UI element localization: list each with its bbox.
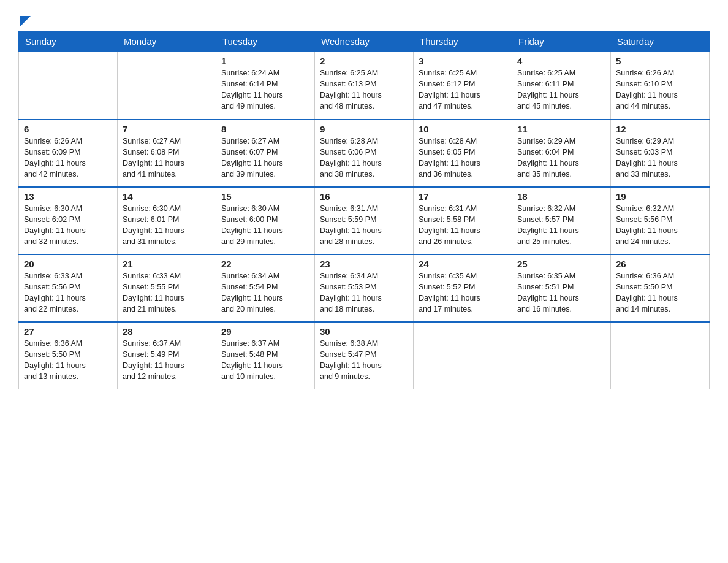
day-info: Sunrise: 6:30 AM Sunset: 6:01 PM Dayligh…: [123, 203, 211, 248]
calendar-cell: 9Sunrise: 6:28 AM Sunset: 6:06 PM Daylig…: [315, 120, 414, 187]
logo: [18, 12, 31, 25]
calendar-cell: 2Sunrise: 6:25 AM Sunset: 6:13 PM Daylig…: [315, 52, 414, 120]
calendar-cell: 23Sunrise: 6:34 AM Sunset: 5:53 PM Dayli…: [315, 255, 414, 322]
calendar-cell: 28Sunrise: 6:37 AM Sunset: 5:49 PM Dayli…: [118, 322, 216, 389]
calendar-cell: 11Sunrise: 6:29 AM Sunset: 6:04 PM Dayli…: [512, 120, 611, 187]
calendar-cell: 21Sunrise: 6:33 AM Sunset: 5:55 PM Dayli…: [118, 255, 216, 322]
day-info: Sunrise: 6:34 AM Sunset: 5:53 PM Dayligh…: [320, 270, 408, 315]
calendar-cell: 17Sunrise: 6:31 AM Sunset: 5:58 PM Dayli…: [414, 187, 512, 255]
weekday-header-thursday: Thursday: [414, 31, 512, 52]
day-info: Sunrise: 6:33 AM Sunset: 5:55 PM Dayligh…: [123, 270, 211, 315]
day-info: Sunrise: 6:33 AM Sunset: 5:56 PM Dayligh…: [24, 270, 112, 315]
day-number: 10: [419, 124, 507, 134]
day-number: 9: [320, 124, 408, 134]
calendar-cell: [611, 322, 710, 389]
day-info: Sunrise: 6:32 AM Sunset: 5:57 PM Dayligh…: [517, 203, 605, 248]
day-number: 23: [320, 259, 408, 269]
day-info: Sunrise: 6:27 AM Sunset: 6:08 PM Dayligh…: [123, 136, 211, 180]
day-number: 24: [419, 259, 507, 269]
weekday-header-saturday: Saturday: [611, 31, 710, 52]
day-number: 17: [419, 191, 507, 202]
day-info: Sunrise: 6:27 AM Sunset: 6:07 PM Dayligh…: [221, 136, 309, 180]
day-number: 7: [123, 124, 211, 134]
week-row-2: 6Sunrise: 6:26 AM Sunset: 6:09 PM Daylig…: [19, 120, 710, 187]
calendar-cell: 24Sunrise: 6:35 AM Sunset: 5:52 PM Dayli…: [414, 255, 512, 322]
day-info: Sunrise: 6:25 AM Sunset: 6:11 PM Dayligh…: [517, 67, 605, 112]
day-number: 4: [517, 56, 605, 66]
day-info: Sunrise: 6:35 AM Sunset: 5:51 PM Dayligh…: [517, 270, 605, 315]
day-number: 5: [616, 56, 704, 66]
day-info: Sunrise: 6:35 AM Sunset: 5:52 PM Dayligh…: [419, 270, 507, 315]
day-number: 1: [221, 56, 309, 66]
day-number: 21: [123, 259, 211, 269]
week-row-4: 20Sunrise: 6:33 AM Sunset: 5:56 PM Dayli…: [19, 255, 710, 322]
day-info: Sunrise: 6:25 AM Sunset: 6:12 PM Dayligh…: [419, 67, 507, 112]
calendar-cell: 1Sunrise: 6:24 AM Sunset: 6:14 PM Daylig…: [216, 52, 315, 120]
day-info: Sunrise: 6:36 AM Sunset: 5:50 PM Dayligh…: [616, 270, 704, 315]
calendar-cell: 10Sunrise: 6:28 AM Sunset: 6:05 PM Dayli…: [414, 120, 512, 187]
day-number: 2: [320, 56, 408, 66]
calendar-cell: 27Sunrise: 6:36 AM Sunset: 5:50 PM Dayli…: [19, 322, 118, 389]
day-number: 8: [221, 124, 309, 134]
calendar-cell: [19, 52, 118, 120]
day-info: Sunrise: 6:29 AM Sunset: 6:03 PM Dayligh…: [616, 136, 704, 180]
calendar-cell: 22Sunrise: 6:34 AM Sunset: 5:54 PM Dayli…: [216, 255, 315, 322]
calendar-cell: 15Sunrise: 6:30 AM Sunset: 6:00 PM Dayli…: [216, 187, 315, 255]
day-number: 20: [24, 259, 112, 269]
calendar-cell: 18Sunrise: 6:32 AM Sunset: 5:57 PM Dayli…: [512, 187, 611, 255]
day-number: 18: [517, 191, 605, 202]
day-info: Sunrise: 6:28 AM Sunset: 6:05 PM Dayligh…: [419, 136, 507, 180]
day-number: 12: [616, 124, 704, 134]
day-info: Sunrise: 6:37 AM Sunset: 5:48 PM Dayligh…: [221, 338, 309, 383]
day-info: Sunrise: 6:30 AM Sunset: 6:00 PM Dayligh…: [221, 203, 309, 248]
day-number: 14: [123, 191, 211, 202]
calendar-table: SundayMondayTuesdayWednesdayThursdayFrid…: [18, 31, 710, 389]
weekday-header-row: SundayMondayTuesdayWednesdayThursdayFrid…: [19, 31, 710, 52]
day-number: 22: [221, 259, 309, 269]
calendar-cell: 19Sunrise: 6:32 AM Sunset: 5:56 PM Dayli…: [611, 187, 710, 255]
calendar-cell: 25Sunrise: 6:35 AM Sunset: 5:51 PM Dayli…: [512, 255, 611, 322]
week-row-1: 1Sunrise: 6:24 AM Sunset: 6:14 PM Daylig…: [19, 52, 710, 120]
day-number: 26: [616, 259, 704, 269]
day-info: Sunrise: 6:24 AM Sunset: 6:14 PM Dayligh…: [221, 67, 309, 112]
calendar-cell: 16Sunrise: 6:31 AM Sunset: 5:59 PM Dayli…: [315, 187, 414, 255]
day-info: Sunrise: 6:32 AM Sunset: 5:56 PM Dayligh…: [616, 203, 704, 248]
calendar-cell: 26Sunrise: 6:36 AM Sunset: 5:50 PM Dayli…: [611, 255, 710, 322]
svg-marker-0: [20, 16, 31, 27]
day-info: Sunrise: 6:31 AM Sunset: 5:59 PM Dayligh…: [320, 203, 408, 248]
weekday-header-wednesday: Wednesday: [315, 31, 414, 52]
weekday-header-sunday: Sunday: [19, 31, 118, 52]
weekday-header-friday: Friday: [512, 31, 611, 52]
day-number: 29: [221, 326, 309, 337]
page-header: [18, 12, 710, 25]
day-number: 28: [123, 326, 211, 337]
day-info: Sunrise: 6:37 AM Sunset: 5:49 PM Dayligh…: [123, 338, 211, 383]
calendar-cell: 13Sunrise: 6:30 AM Sunset: 6:02 PM Dayli…: [19, 187, 118, 255]
calendar-cell: 20Sunrise: 6:33 AM Sunset: 5:56 PM Dayli…: [19, 255, 118, 322]
calendar-cell: 5Sunrise: 6:26 AM Sunset: 6:10 PM Daylig…: [611, 52, 710, 120]
weekday-header-tuesday: Tuesday: [216, 31, 315, 52]
day-info: Sunrise: 6:31 AM Sunset: 5:58 PM Dayligh…: [419, 203, 507, 248]
week-row-5: 27Sunrise: 6:36 AM Sunset: 5:50 PM Dayli…: [19, 322, 710, 389]
calendar-cell: 7Sunrise: 6:27 AM Sunset: 6:08 PM Daylig…: [118, 120, 216, 187]
day-number: 3: [419, 56, 507, 66]
day-info: Sunrise: 6:29 AM Sunset: 6:04 PM Dayligh…: [517, 136, 605, 180]
day-number: 6: [24, 124, 112, 134]
calendar-cell: 6Sunrise: 6:26 AM Sunset: 6:09 PM Daylig…: [19, 120, 118, 187]
calendar-cell: [118, 52, 216, 120]
calendar-cell: 4Sunrise: 6:25 AM Sunset: 6:11 PM Daylig…: [512, 52, 611, 120]
calendar-cell: 30Sunrise: 6:38 AM Sunset: 5:47 PM Dayli…: [315, 322, 414, 389]
weekday-header-monday: Monday: [118, 31, 216, 52]
day-info: Sunrise: 6:28 AM Sunset: 6:06 PM Dayligh…: [320, 136, 408, 180]
day-info: Sunrise: 6:34 AM Sunset: 5:54 PM Dayligh…: [221, 270, 309, 315]
day-info: Sunrise: 6:25 AM Sunset: 6:13 PM Dayligh…: [320, 67, 408, 112]
calendar-cell: 8Sunrise: 6:27 AM Sunset: 6:07 PM Daylig…: [216, 120, 315, 187]
logo-triangle-icon: [20, 16, 31, 27]
day-number: 16: [320, 191, 408, 202]
day-number: 15: [221, 191, 309, 202]
day-info: Sunrise: 6:30 AM Sunset: 6:02 PM Dayligh…: [24, 203, 112, 248]
calendar-cell: 3Sunrise: 6:25 AM Sunset: 6:12 PM Daylig…: [414, 52, 512, 120]
calendar-cell: 12Sunrise: 6:29 AM Sunset: 6:03 PM Dayli…: [611, 120, 710, 187]
calendar-cell: 14Sunrise: 6:30 AM Sunset: 6:01 PM Dayli…: [118, 187, 216, 255]
day-number: 30: [320, 326, 408, 337]
